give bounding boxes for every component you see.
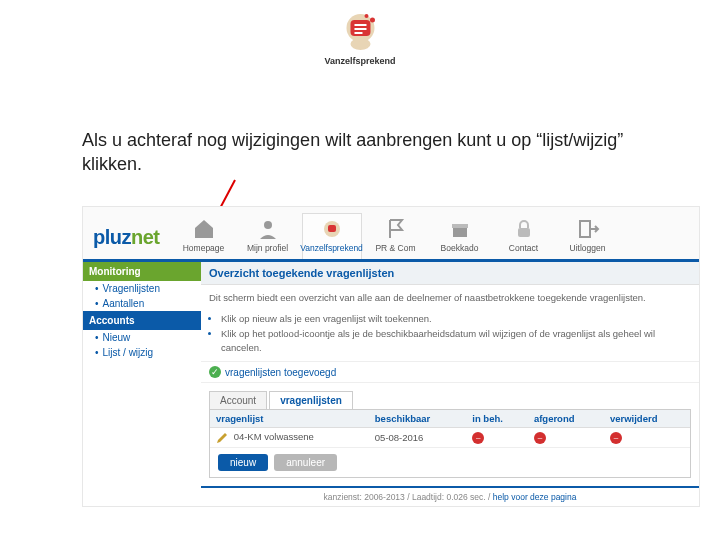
nav-boekkado[interactable]: Boekkado bbox=[430, 214, 490, 259]
nav-label: Boekkado bbox=[441, 243, 479, 253]
sidebar-head-accounts: Accounts bbox=[83, 311, 201, 330]
row-name: 04-KM volwassene bbox=[234, 431, 314, 442]
svg-point-7 bbox=[370, 18, 375, 23]
tab-panel: vragenlijst beschikbaar in beh. afgerond… bbox=[209, 409, 691, 478]
main-panel: Overzicht toegekende vragenlijsten Dit s… bbox=[201, 262, 699, 506]
check-icon: ✓ bbox=[209, 366, 221, 378]
brand-part1: pluz bbox=[93, 226, 131, 248]
svg-rect-13 bbox=[453, 227, 467, 237]
gift-icon bbox=[448, 217, 472, 241]
main-title: Overzicht toegekende vragenlijsten bbox=[201, 262, 699, 285]
tab-bar: Account vragenlijsten bbox=[209, 391, 691, 409]
nav-contact[interactable]: Contact bbox=[494, 214, 554, 259]
flag-icon bbox=[384, 217, 408, 241]
cell-beschikbaar: 05-08-2016 bbox=[369, 428, 466, 448]
remove-icon[interactable]: – bbox=[534, 432, 546, 444]
bullet-item: Klik op nieuw als je een vragenlijst wil… bbox=[221, 312, 691, 326]
table-row: 04-KM volwassene 05-08-2016 – – – bbox=[210, 428, 690, 448]
col-afgerond[interactable]: afgerond bbox=[528, 410, 604, 428]
person-icon bbox=[256, 217, 280, 241]
new-button[interactable]: nieuw bbox=[218, 454, 268, 471]
brand-logo: pluznet bbox=[91, 222, 170, 259]
col-in-beh[interactable]: in beh. bbox=[466, 410, 528, 428]
sidebar-link-aantallen[interactable]: Aantallen bbox=[83, 296, 201, 311]
cell-verwijderd: – bbox=[604, 428, 690, 448]
logout-icon bbox=[576, 217, 600, 241]
pencil-icon[interactable] bbox=[216, 432, 228, 444]
svg-rect-5 bbox=[354, 32, 362, 34]
footer-loadtime-value: 0.026 sec. / bbox=[446, 492, 490, 502]
logo-caption: Vanzelfsprekend bbox=[324, 56, 395, 66]
svg-rect-14 bbox=[452, 224, 468, 228]
nav-logout[interactable]: Uitloggen bbox=[558, 214, 618, 259]
slide-logo: Vanzelfsprekend bbox=[324, 6, 395, 66]
svg-rect-15 bbox=[518, 228, 530, 237]
col-vragenlijst[interactable]: vragenlijst bbox=[210, 410, 369, 428]
house-icon bbox=[192, 217, 216, 241]
main-intro: Dit scherm biedt een overzicht van alle … bbox=[201, 285, 699, 310]
nav-label: PR & Com bbox=[375, 243, 415, 253]
cell-in-beh: – bbox=[466, 428, 528, 448]
svg-point-10 bbox=[264, 221, 272, 229]
success-message: ✓ vragenlijsten toegevoegd bbox=[201, 361, 699, 383]
app-window: pluznet Homepage Mijn profiel Vanzelfspr… bbox=[82, 206, 700, 507]
remove-icon[interactable]: – bbox=[472, 432, 484, 444]
svg-rect-4 bbox=[354, 28, 366, 30]
col-beschikbaar[interactable]: beschikbaar bbox=[369, 410, 466, 428]
footer: kanzienst: 2006-2013 / Laadtijd: 0.026 s… bbox=[201, 486, 699, 506]
instruction-text: Als u achteraf nog wijzigingen wilt aanb… bbox=[82, 128, 660, 177]
nav-pr-com[interactable]: PR & Com bbox=[366, 214, 426, 259]
brand-part2: net bbox=[131, 226, 160, 248]
svg-point-6 bbox=[364, 14, 368, 18]
head-chat-icon bbox=[320, 217, 344, 241]
cell-name: 04-KM volwassene bbox=[210, 428, 369, 448]
lock-icon bbox=[512, 217, 536, 241]
nav-label: Homepage bbox=[183, 243, 225, 253]
footer-loadtime-label: Laadtijd: bbox=[412, 492, 444, 502]
nav-label: Vanzelfsprekend bbox=[300, 243, 363, 253]
nav-homepage[interactable]: Homepage bbox=[174, 214, 234, 259]
logo-head-icon bbox=[336, 6, 384, 54]
nav-vanzelfsprekend[interactable]: Vanzelfsprekend bbox=[302, 213, 362, 259]
svg-rect-12 bbox=[328, 225, 336, 232]
topbar: pluznet Homepage Mijn profiel Vanzelfspr… bbox=[83, 207, 699, 262]
remove-icon[interactable]: – bbox=[610, 432, 622, 444]
tab-vragenlijsten[interactable]: vragenlijsten bbox=[269, 391, 353, 409]
button-row: nieuw annuleer bbox=[210, 448, 690, 477]
nav-label: Contact bbox=[509, 243, 538, 253]
cell-afgerond: – bbox=[528, 428, 604, 448]
tab-account[interactable]: Account bbox=[209, 391, 267, 409]
nav-label: Uitloggen bbox=[570, 243, 606, 253]
nav-label: Mijn profiel bbox=[247, 243, 288, 253]
sidebar-link-vragenlijsten[interactable]: Vragenlijsten bbox=[83, 281, 201, 296]
footer-copyright: kanzienst: 2006-2013 / bbox=[324, 492, 410, 502]
footer-help-link[interactable]: help voor deze pagina bbox=[493, 492, 577, 502]
sidebar-link-lijst-wijzig[interactable]: Lijst / wijzig bbox=[83, 345, 201, 360]
cancel-button[interactable]: annuleer bbox=[274, 454, 337, 471]
svg-rect-3 bbox=[354, 24, 366, 26]
col-verwijderd[interactable]: verwijderd bbox=[604, 410, 690, 428]
sidebar: Monitoring Vragenlijsten Aantallen Accou… bbox=[83, 262, 201, 506]
svg-rect-16 bbox=[580, 221, 590, 237]
sidebar-link-nieuw[interactable]: Nieuw bbox=[83, 330, 201, 345]
sidebar-head-monitoring: Monitoring bbox=[83, 262, 201, 281]
success-text: vragenlijsten toegevoegd bbox=[225, 367, 336, 378]
bullet-item: Klik op het potlood-icoontje als je de b… bbox=[221, 327, 691, 356]
vragenlijst-table: vragenlijst beschikbaar in beh. afgerond… bbox=[210, 410, 690, 448]
main-bullets: Klik op nieuw als je een vragenlijst wil… bbox=[201, 310, 699, 361]
nav-profile[interactable]: Mijn profiel bbox=[238, 214, 298, 259]
